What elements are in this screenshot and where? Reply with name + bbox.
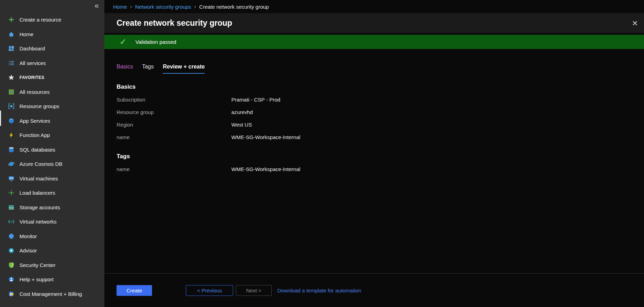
sidebar-item-label: Cost Management + Billing bbox=[19, 291, 82, 297]
sidebar-item-home[interactable]: Home bbox=[0, 27, 104, 42]
star-icon bbox=[8, 74, 15, 81]
vnet-icon bbox=[8, 218, 15, 225]
create-button[interactable]: Create bbox=[117, 285, 152, 296]
advisor-icon bbox=[8, 247, 15, 254]
row-label: Region bbox=[117, 122, 231, 128]
tab-tags[interactable]: Tags bbox=[142, 64, 154, 74]
sidebar-item-label: Resource groups bbox=[19, 103, 59, 109]
review-row: Region West US bbox=[117, 118, 644, 131]
review-row: Resource group azurevhd bbox=[117, 106, 644, 118]
sidebar-item-label: Load balancers bbox=[19, 190, 55, 196]
basics-rows: Subscription Pramati - CSP - Prod Resour… bbox=[117, 93, 644, 143]
sidebar-item-label: Storage accounts bbox=[19, 204, 60, 210]
sidebar-item-advisor[interactable]: Advisor bbox=[0, 243, 104, 258]
sidebar-item-azure-cosmos-db[interactable]: Azure Cosmos DB bbox=[0, 157, 104, 171]
row-label: name bbox=[117, 166, 231, 172]
list-icon bbox=[8, 59, 15, 66]
sidebar-item-label: All resources bbox=[19, 89, 50, 95]
wizard-tabs: Basics Tags Review + create bbox=[117, 64, 644, 74]
monitor-icon bbox=[8, 233, 15, 240]
validation-banner: ✓ Validation passed bbox=[104, 35, 644, 49]
row-label: Resource group bbox=[117, 109, 231, 115]
sidebar-item-create-a-resource[interactable]: Create a resource bbox=[0, 13, 104, 27]
row-label: Subscription bbox=[117, 97, 231, 103]
sidebar-item-app-services[interactable]: App Services bbox=[0, 114, 104, 128]
grid-icon bbox=[8, 88, 15, 95]
review-row: name WME-SG-Workspace-Internal bbox=[117, 131, 644, 143]
shield-icon bbox=[8, 261, 15, 268]
sidebar-item-resource-groups[interactable]: Resource groups bbox=[0, 99, 104, 114]
review-row: name WME-SG-Workspace-Internal bbox=[117, 163, 644, 175]
breadcrumb-separator: › bbox=[194, 3, 196, 10]
sidebar-collapse-icon[interactable]: « bbox=[95, 2, 99, 10]
plus-icon bbox=[8, 16, 15, 23]
sidebar-item-label: All services bbox=[19, 60, 46, 66]
sidebar-section-label: FAVORITES bbox=[19, 75, 45, 80]
sidebar-item-help-support[interactable]: Help + support bbox=[0, 272, 104, 287]
sidebar-item-sql-databases[interactable]: SQL databases bbox=[0, 143, 104, 157]
sidebar-item-function-app[interactable]: Function App bbox=[0, 128, 104, 143]
sidebar-item-monitor[interactable]: Monitor bbox=[0, 229, 104, 244]
load-balancer-icon bbox=[8, 189, 15, 196]
sidebar-item-security-center[interactable]: Security Center bbox=[0, 258, 104, 273]
storage-icon bbox=[8, 204, 15, 211]
review-row: Subscription Pramati - CSP - Prod bbox=[117, 93, 644, 106]
help-icon bbox=[8, 276, 15, 283]
breadcrumb-current-page: Create network security group bbox=[199, 4, 269, 10]
database-icon bbox=[8, 146, 15, 153]
review-content: Basics Tags Review + create Basics Subsc… bbox=[104, 49, 644, 273]
next-button[interactable]: Next > bbox=[236, 285, 272, 296]
breadcrumb-link-network-security-groups[interactable]: Network security groups bbox=[135, 4, 191, 10]
sidebar-section-favorites: FAVORITES bbox=[0, 70, 104, 85]
vm-icon bbox=[8, 175, 15, 182]
sidebar-item-label: Help + support bbox=[19, 276, 54, 282]
sidebar-item-label: Dashboard bbox=[19, 46, 45, 51]
row-label: name bbox=[117, 134, 231, 140]
sidebar-item-label: Security Center bbox=[19, 262, 55, 268]
previous-button[interactable]: < Previous bbox=[186, 285, 233, 296]
sidebar-item-virtual-machines[interactable]: Virtual machines bbox=[0, 171, 104, 186]
sidebar-item-storage-accounts[interactable]: Storage accounts bbox=[0, 200, 104, 215]
footer-bar: Create < Previous Next > Download a temp… bbox=[104, 273, 644, 307]
sidebar-scrollbar[interactable] bbox=[0, 111, 1, 126]
checkmark-icon: ✓ bbox=[120, 37, 126, 47]
cosmos-db-icon bbox=[8, 161, 15, 168]
sidebar-item-cost-management-billing[interactable]: Cost Management + Billing bbox=[0, 287, 104, 301]
sidebar-item-all-resources[interactable]: All resources bbox=[0, 85, 104, 99]
sidebar-nav: Create a resource Home Dashboard All ser… bbox=[0, 13, 104, 301]
download-template-link[interactable]: Download a template for automation bbox=[277, 288, 361, 293]
sidebar-item-dashboard[interactable]: Dashboard bbox=[0, 41, 104, 56]
tags-rows: name WME-SG-Workspace-Internal bbox=[117, 163, 644, 175]
breadcrumb-link-home[interactable]: Home bbox=[113, 4, 127, 10]
row-value: WME-SG-Workspace-Internal bbox=[231, 134, 300, 140]
dashboard-icon bbox=[8, 45, 15, 52]
home-icon bbox=[8, 31, 15, 38]
tab-basics[interactable]: Basics bbox=[117, 64, 133, 74]
sidebar-item-all-services[interactable]: All services bbox=[0, 56, 104, 71]
sidebar-item-label: Monitor bbox=[19, 233, 37, 239]
resource-groups-icon bbox=[8, 103, 15, 110]
breadcrumb-separator: › bbox=[130, 3, 132, 10]
breadcrumb: Home › Network security groups › Create … bbox=[104, 0, 644, 13]
title-bar: Create network security group × bbox=[104, 13, 644, 33]
sidebar-item-label: Advisor bbox=[19, 248, 37, 253]
sidebar-item-label: Azure Cosmos DB bbox=[19, 161, 62, 167]
row-value: West US bbox=[231, 122, 252, 128]
row-value: Pramati - CSP - Prod bbox=[231, 97, 280, 103]
row-value: WME-SG-Workspace-Internal bbox=[231, 166, 300, 172]
sidebar-item-label: Home bbox=[19, 31, 33, 37]
close-icon[interactable]: × bbox=[632, 18, 638, 28]
validation-message: Validation passed bbox=[135, 39, 176, 45]
sidebar-item-load-balancers[interactable]: Load balancers bbox=[0, 186, 104, 200]
sidebar: « Create a resource Home Dashboard All bbox=[0, 0, 104, 307]
billing-icon bbox=[8, 290, 15, 297]
sidebar-item-label: Virtual machines bbox=[19, 176, 58, 181]
page-title: Create network security group bbox=[117, 18, 232, 28]
app-services-icon bbox=[8, 117, 15, 124]
main-area: Home › Network security groups › Create … bbox=[104, 0, 644, 307]
sidebar-item-virtual-networks[interactable]: Virtual networks bbox=[0, 215, 104, 229]
section-title-tags: Tags bbox=[117, 153, 644, 160]
sidebar-item-label: Function App bbox=[19, 132, 50, 138]
section-title-basics: Basics bbox=[117, 83, 644, 90]
tab-review-create[interactable]: Review + create bbox=[163, 64, 205, 74]
